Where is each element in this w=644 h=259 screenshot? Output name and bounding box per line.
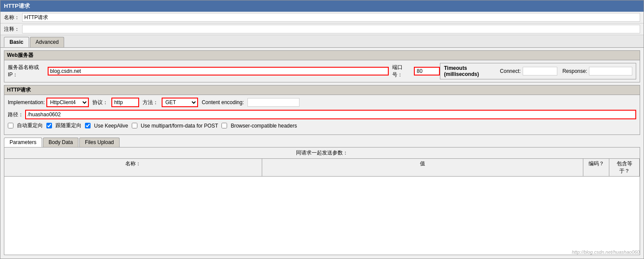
tab-advanced[interactable]: Advanced: [30, 37, 64, 47]
sub-tabs: Parameters Body Data Files Upload: [4, 138, 640, 148]
impl-label: Implementation:: [8, 99, 45, 105]
follow-redirect-checkbox[interactable]: [46, 123, 52, 128]
col-include: 包含等于？: [609, 159, 640, 176]
name-row: 名称：: [0, 12, 644, 23]
server-input[interactable]: [48, 67, 389, 75]
browser-label: Browser-compatible headers: [231, 123, 297, 129]
web-server-content: 服务器名称或IP： 端口号： Timeouts (milliseconds) C…: [4, 60, 640, 82]
content-encoding-input[interactable]: [247, 98, 299, 107]
window-title: HTTP请求: [4, 3, 30, 9]
main-window: HTTP请求 名称： 注释： Basic Advanced Web服务器 服务器…: [0, 0, 644, 259]
title-bar: HTTP请求: [0, 0, 644, 12]
keepalive-checkbox[interactable]: [85, 123, 91, 128]
sub-tab-files-upload[interactable]: Files Upload: [79, 138, 120, 147]
params-body: [4, 177, 640, 255]
impl-row: Implementation: HttpClient4 HttpClient3.…: [8, 98, 636, 107]
comment-label: 注释：: [4, 26, 20, 33]
http-section-content: Implementation: HttpClient4 HttpClient3.…: [4, 95, 640, 134]
sub-tab-parameters[interactable]: Parameters: [4, 138, 42, 147]
protocol-input[interactable]: [112, 98, 138, 106]
port-input[interactable]: [414, 67, 440, 75]
col-encode: 编码？: [583, 159, 609, 176]
timeouts-label: Timeouts (milliseconds): [444, 65, 495, 77]
http-request-section: HTTP请求 Implementation: HttpClient4 HttpC…: [4, 85, 640, 135]
protocol-label: 协议：: [92, 99, 108, 106]
watermark: http://blog.csdn.net/huashao060: [572, 249, 640, 255]
comment-row: 注释：: [0, 23, 644, 35]
server-label: 服务器名称或IP：: [8, 64, 48, 79]
port-label: 端口号：: [392, 64, 412, 79]
checkboxes-row: 自动重定向 跟随重定向 Use KeepAlive Use multipart/…: [8, 122, 636, 129]
multipart-label: Use multipart/form-data for POST: [141, 123, 218, 129]
connect-label: Connect:: [500, 68, 521, 74]
browser-checkbox[interactable]: [221, 123, 227, 128]
main-tabs: Basic Advanced: [0, 35, 644, 47]
params-header: 同请求一起发送参数：: [4, 148, 640, 159]
multipart-checkbox[interactable]: [132, 123, 137, 128]
method-select[interactable]: GET POST PUT DELETE: [163, 98, 197, 106]
tab-basic[interactable]: Basic: [4, 37, 29, 47]
response-label: Response:: [563, 68, 587, 74]
content-encoding-label: Content encoding:: [202, 99, 244, 105]
http-section-title: HTTP请求: [4, 85, 640, 95]
name-label: 名称：: [4, 14, 20, 21]
impl-select[interactable]: HttpClient4 HttpClient3.1 Java: [47, 98, 88, 106]
params-table: 同请求一起发送参数： 名称： 值 编码？ 包含等于？: [4, 148, 640, 255]
params-columns: 名称： 值 编码？ 包含等于？: [4, 159, 640, 177]
path-row: 路径：: [8, 110, 636, 119]
server-row: 服务器名称或IP： 端口号： Timeouts (milliseconds) C…: [8, 63, 636, 79]
keepalive-label: Use KeepAlive: [94, 123, 128, 129]
path-input[interactable]: [26, 111, 635, 118]
web-server-section: Web服务器 服务器名称或IP： 端口号： Timeouts (millisec…: [4, 50, 640, 82]
main-tabs-container: Basic Advanced: [0, 35, 644, 48]
name-input[interactable]: [22, 13, 640, 22]
connect-input[interactable]: [523, 67, 557, 75]
path-label: 路径：: [8, 111, 23, 118]
col-name: 名称：: [4, 159, 262, 176]
follow-redirect-label: 跟随重定向: [55, 122, 81, 129]
comment-input[interactable]: [22, 25, 640, 33]
auto-redirect-label: 自动重定向: [17, 122, 43, 129]
method-label: 方法：: [143, 99, 158, 106]
auto-redirect-checkbox[interactable]: [8, 123, 13, 128]
web-server-title: Web服务器: [4, 51, 640, 60]
response-input[interactable]: [589, 67, 632, 75]
sub-tab-body-data[interactable]: Body Data: [43, 138, 78, 147]
col-value: 值: [262, 159, 583, 176]
